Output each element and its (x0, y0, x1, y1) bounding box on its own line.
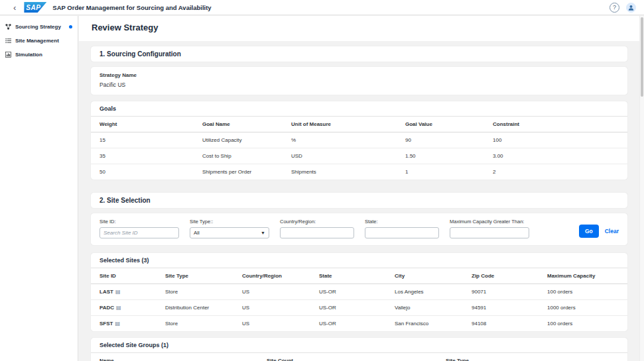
goals-header-row: Weight Goal Name Unit of Measure Goal Va… (91, 117, 627, 132)
person-icon (628, 5, 634, 11)
selected-sites-card: Selected Sites (3) Site ID Site Type Cou… (91, 253, 627, 331)
selected-site-groups-title: Selected Site Groups (1) (91, 338, 627, 353)
content-area: 1. Sourcing Configuration Strategy Name … (79, 41, 644, 361)
strategy-icon (5, 24, 11, 30)
header-actions: ? (610, 3, 636, 13)
col-header-site-count: Site Count (267, 353, 446, 361)
page-title: Review Strategy (92, 23, 631, 32)
cell-state: US-OR (319, 300, 395, 316)
cell-constraint: 100 (493, 132, 627, 148)
goals-row: 15 Utilized Capacity % 90 100 (91, 132, 627, 148)
selected-site-groups-card: Selected Site Groups (1) Name Site Count… (91, 338, 627, 361)
chevron-down-icon: ▼ (261, 231, 265, 235)
col-header-goal-name: Goal Name (202, 117, 291, 132)
help-icon[interactable]: ? (610, 3, 619, 13)
cell-goal-value: 1.50 (405, 148, 493, 164)
col-header-city: City (395, 268, 472, 284)
go-button[interactable]: Go (579, 225, 599, 238)
cell-goal-name: Shipments per Order (202, 164, 291, 180)
col-header-maximum-capacity: Maximum Capacity (547, 268, 627, 284)
user-avatar[interactable] (626, 3, 636, 13)
site-id-text: LAST (99, 289, 113, 295)
simulation-chart-icon (5, 52, 11, 58)
selected-site-groups-table: Name Site Count Site Type Pacific US 3 D… (91, 353, 627, 361)
sap-logo: SAP (24, 2, 46, 13)
site-id-text: SFST (99, 321, 113, 327)
goals-row: 35 Cost to Ship USD 1.50 3.00 (91, 148, 627, 164)
state-input[interactable] (365, 227, 439, 238)
cell-site-id: PADC▤ (91, 300, 165, 316)
col-header-unit-of-measure: Unit of Measure (291, 117, 405, 132)
col-header-zip-code: Zip Code (472, 268, 547, 284)
sidebar-item-simulation[interactable]: Simulation (0, 48, 78, 62)
cell-capacity: 100 orders (547, 284, 627, 300)
goals-row: 50 Shipments per Order Shipments 1 2 (91, 164, 627, 180)
filter-actions: Go Clear (579, 225, 619, 238)
cell-weight: 35 (91, 148, 202, 164)
site-id-input[interactable] (99, 227, 179, 238)
max-capacity-label: Maximum Capacity Greater Than: (450, 219, 529, 225)
col-header-name: Name (91, 353, 267, 361)
site-details-icon[interactable]: ▤ (116, 305, 121, 311)
col-header-weight: Weight (91, 117, 202, 132)
selected-sites-title: Selected Sites (3) (91, 253, 627, 268)
cell-weight: 50 (91, 164, 202, 180)
main-content: Review Strategy 1. Sourcing Configuratio… (79, 16, 644, 361)
sidebar: Sourcing Strategy Site Management Simula… (0, 16, 78, 361)
col-header-goal-value: Goal Value (405, 117, 493, 132)
cell-site-id: LAST▤ (91, 284, 165, 300)
strategy-name-label: Strategy Name (99, 72, 619, 78)
sap-logo-text: SAP (26, 4, 40, 11)
site-details-icon[interactable]: ▤ (115, 321, 120, 327)
country-filter: Country/Region: (280, 219, 354, 238)
cell-state: US-OR (319, 316, 395, 332)
goals-title: Goals (91, 101, 627, 117)
groups-header-row: Name Site Count Site Type (91, 353, 627, 361)
cell-city: Los Angeles (395, 284, 472, 300)
col-header-state: State (319, 268, 395, 284)
site-type-label: Site Type:: (190, 219, 269, 225)
cell-goal-name: Cost to Ship (202, 148, 291, 164)
cell-country: US (242, 300, 319, 316)
col-header-country-region: Country/Region (242, 268, 319, 284)
site-type-select[interactable]: All ▼ (190, 227, 269, 238)
sidebar-item-site-management[interactable]: Site Management (0, 34, 78, 48)
vertical-scrollbar[interactable] (639, 16, 644, 361)
cell-site-type: Store (165, 316, 242, 332)
cell-country: US (242, 316, 319, 332)
cell-site-type: Distribution Center (165, 300, 242, 316)
site-id-label: Site ID: (99, 219, 179, 225)
cell-goal-value: 90 (405, 132, 493, 148)
cell-goal-value: 1 (405, 164, 493, 180)
country-input[interactable] (280, 227, 354, 238)
site-type-selected-value: All (194, 230, 200, 236)
cell-zip: 94591 (472, 300, 547, 316)
back-icon[interactable]: ‹ (13, 3, 16, 12)
cell-state: US-OR (319, 284, 395, 300)
cell-city: San Francisco (395, 316, 472, 332)
clear-button[interactable]: Clear (605, 228, 619, 234)
cell-goal-name: Utilized Capacity (202, 132, 291, 148)
sidebar-item-label: Site Management (15, 38, 59, 44)
max-capacity-input[interactable] (450, 227, 529, 238)
selected-sites-table: Site ID Site Type Country/Region State C… (91, 268, 627, 331)
sidebar-item-sourcing-strategy[interactable]: Sourcing Strategy (0, 20, 78, 34)
cell-site-type: Store (165, 284, 242, 300)
site-type-filter: Site Type:: All ▼ (190, 219, 269, 238)
cell-unit-of-measure: Shipments (291, 164, 405, 180)
cell-constraint: 2 (493, 164, 627, 180)
country-label: Country/Region: (280, 219, 354, 225)
section-heading-sourcing-configuration: 1. Sourcing Configuration (91, 46, 627, 62)
cell-constraint: 3.00 (493, 148, 627, 164)
sidebar-item-label: Simulation (15, 52, 42, 58)
list-icon (5, 38, 11, 44)
col-header-site-type: Site Type (165, 268, 242, 284)
filter-bar: Site ID: Site Type:: All ▼ Country/Regio… (91, 213, 627, 245)
col-header-constraint: Constraint (493, 117, 627, 132)
site-row: PADC▤ Distribution Center US US-OR Valle… (91, 300, 627, 316)
state-filter: State: (365, 219, 439, 238)
site-details-icon[interactable]: ▤ (115, 289, 121, 295)
cell-zip: 90071 (472, 284, 547, 300)
strategy-name-card: Strategy Name Pacific US (91, 67, 627, 95)
scrollbar-thumb[interactable] (641, 17, 643, 97)
